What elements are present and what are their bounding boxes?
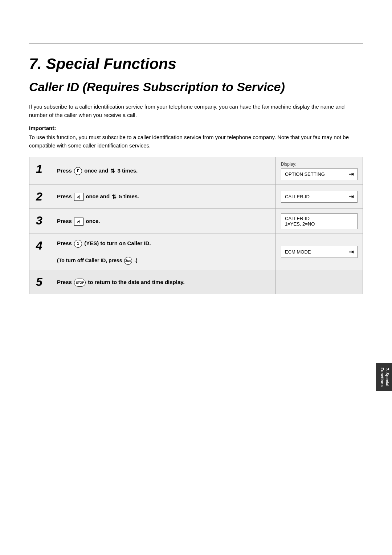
- step-instruction-5: Press STOP to return to the date and tim…: [51, 270, 275, 294]
- step-number-2: 2: [29, 185, 51, 208]
- step-5-display: [275, 270, 363, 294]
- step-4-display: ECM MODE ⇥: [275, 234, 363, 270]
- step-number-3: 3: [29, 209, 51, 234]
- top-rule: [29, 44, 363, 44]
- step-row-3: 3 Press ▸| once. CALLER-ID 1=YES, 2=NO: [29, 208, 363, 234]
- step-row-4: 4 Press 1 (YES) to turn on Caller ID. (T…: [29, 234, 363, 270]
- section-title: Caller ID (Requires Subscription to Serv…: [29, 80, 363, 94]
- step-number-4: 4: [29, 234, 51, 270]
- step-row-1: 1 Press F once and ⇅ 3 times. Display: O…: [29, 157, 363, 185]
- step-instruction-2: Press ▸| once and ⇅ 5 times.: [51, 185, 275, 208]
- step-1-text: Press F once and ⇅ 3 times.: [57, 166, 270, 175]
- display-box-4: ECM MODE ⇥: [281, 246, 358, 258]
- step-5-text: Press STOP to return to the date and tim…: [57, 278, 270, 287]
- side-tab-text: 7. SpecialFunctions: [380, 368, 389, 387]
- nav-forward-button-3: ▸|: [74, 218, 83, 226]
- step-row-2: 2 Press ▸| once and ⇅ 5 times. CALLER-ID…: [29, 185, 363, 208]
- arrow-right-icon-4: ⇥: [349, 248, 354, 255]
- two-button-icon: 2NO: [124, 257, 132, 265]
- steps-table: 1 Press F once and ⇅ 3 times. Display: O…: [29, 157, 363, 294]
- display-box-2: CALLER-ID ⇥: [281, 191, 358, 203]
- side-tab: 7. SpecialFunctions: [376, 363, 392, 391]
- step-2-text: Press ▸| once and ⇅ 5 times.: [57, 192, 270, 201]
- display-text-3a: CALLER-ID: [285, 216, 354, 221]
- arrow-right-icon-1: ⇥: [349, 171, 354, 178]
- page-container: 7. Special Functions Caller ID (Requires…: [0, 44, 392, 555]
- f-button-icon: F: [74, 167, 82, 175]
- display-label-1: Display:: [281, 162, 358, 167]
- step-4-text-sub: (To turn off Caller ID, press 2NO .): [57, 256, 270, 265]
- important-label: Important:: [29, 125, 363, 131]
- step-3-display: CALLER-ID 1=YES, 2=NO: [275, 209, 363, 234]
- nav-scroll-icon-1: ⇅: [110, 167, 115, 175]
- step-1-display: Display: OPTION SETTING ⇥: [275, 157, 363, 185]
- step-number-5: 5: [29, 270, 51, 294]
- step-number-1: 1: [29, 157, 51, 185]
- step-4-text-main: Press 1 (YES) to turn on Caller ID.: [57, 239, 270, 248]
- display-box-3: CALLER-ID 1=YES, 2=NO: [281, 213, 358, 229]
- display-text-4: ECM MODE: [285, 249, 311, 255]
- step-row-5: 5 Press STOP to return to the date and t…: [29, 270, 363, 294]
- nav-scroll-icon-2: ⇅: [112, 193, 117, 201]
- stop-button-icon: STOP: [74, 279, 86, 287]
- display-box-1: OPTION SETTING ⇥: [281, 168, 358, 180]
- step-instruction-3: Press ▸| once.: [51, 209, 275, 234]
- display-text-3b: 1=YES, 2=NO: [285, 221, 354, 227]
- display-text-2: CALLER-ID: [285, 194, 310, 199]
- nav-forward-button-2: ▸|: [74, 193, 83, 201]
- step-instruction-4: Press 1 (YES) to turn on Caller ID. (To …: [51, 234, 275, 270]
- chapter-title: 7. Special Functions: [29, 55, 363, 73]
- step-3-text: Press ▸| once.: [57, 217, 270, 226]
- arrow-right-icon-2: ⇥: [349, 193, 354, 200]
- important-text: To use this function, you must subscribe…: [29, 133, 363, 150]
- one-button-icon: 1: [74, 240, 82, 248]
- step-2-display: CALLER-ID ⇥: [275, 185, 363, 208]
- display-text-1: OPTION SETTING: [285, 171, 325, 177]
- intro-text: If you subscribe to a caller identificat…: [29, 103, 363, 119]
- step-instruction-1: Press F once and ⇅ 3 times.: [51, 157, 275, 185]
